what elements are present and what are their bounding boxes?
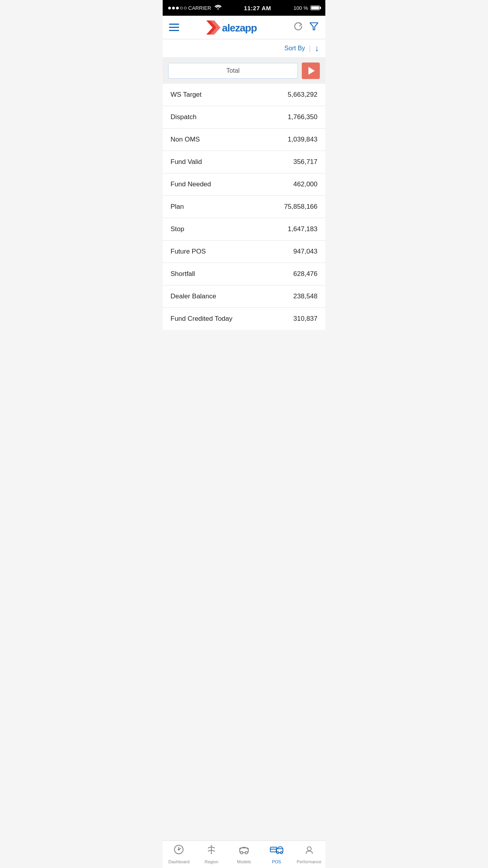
data-list: WS Target 5,663,292 Dispatch 1,766,350 N… [163,84,325,330]
battery-percent: 100 % [294,5,308,11]
data-row: Plan 75,858,166 [163,196,325,218]
row-value: 356,717 [294,158,317,166]
row-label: Future POS [171,248,206,256]
status-time: 11:27 AM [244,5,271,11]
app-header: alezapp [163,16,325,39]
refresh-button[interactable] [293,21,303,34]
data-row: Shortfall 628,476 [163,263,325,285]
row-label: Fund Valid [171,158,202,166]
filter-row [163,58,325,84]
row-value: 1,039,843 [288,136,317,143]
sort-divider: | [309,44,311,53]
sort-bar: Sort By | ↓ [163,39,325,58]
row-value: 5,663,292 [288,91,317,99]
filter-input[interactable] [168,63,298,79]
row-value: 75,858,166 [284,203,317,211]
logo-svg: alezapp [205,19,268,36]
row-label: Dispatch [171,113,196,121]
hamburger-menu-button[interactable] [169,24,179,31]
battery-icon [310,6,320,10]
data-row: Fund Needed 462,000 [163,173,325,196]
row-label: Dealer Balance [171,292,216,300]
data-row: WS Target 5,663,292 [163,84,325,106]
svg-text:alezapp: alezapp [222,22,257,34]
run-button[interactable] [302,63,320,79]
filter-button[interactable] [309,21,319,34]
data-row: Future POS 947,043 [163,241,325,263]
status-right: 100 % [294,5,320,11]
sort-label[interactable]: Sort By [284,45,305,52]
data-row: Fund Valid 356,717 [163,151,325,173]
row-label: WS Target [171,91,202,99]
signal-dots [168,7,187,9]
row-value: 947,043 [294,248,317,256]
svg-marker-3 [310,23,318,30]
row-value: 462,000 [294,180,317,188]
logo: alezapp [205,19,268,36]
data-row: Dispatch 1,766,350 [163,106,325,129]
row-label: Shortfall [171,270,195,278]
carrier-info: CARRIER [168,5,222,11]
header-icons [293,21,319,34]
row-label: Non OMS [171,136,200,143]
wifi-icon [215,5,222,11]
row-value: 1,766,350 [288,113,317,121]
status-bar: CARRIER 11:27 AM 100 % [163,0,325,16]
data-row: Stop 1,647,183 [163,218,325,241]
row-value: 1,647,183 [288,225,317,233]
row-label: Plan [171,203,184,211]
data-row: Fund Credited Today 310,837 [163,308,325,330]
row-label: Fund Needed [171,180,211,188]
data-row: Dealer Balance 238,548 [163,285,325,308]
sort-direction-button[interactable]: ↓ [315,43,319,53]
row-value: 310,837 [294,315,317,323]
data-row: Non OMS 1,039,843 [163,129,325,151]
row-label: Stop [171,225,184,233]
row-value: 238,548 [294,292,317,300]
play-icon [308,67,315,75]
row-label: Fund Credited Today [171,315,233,323]
carrier-label: CARRIER [188,5,211,11]
row-value: 628,476 [294,270,317,278]
